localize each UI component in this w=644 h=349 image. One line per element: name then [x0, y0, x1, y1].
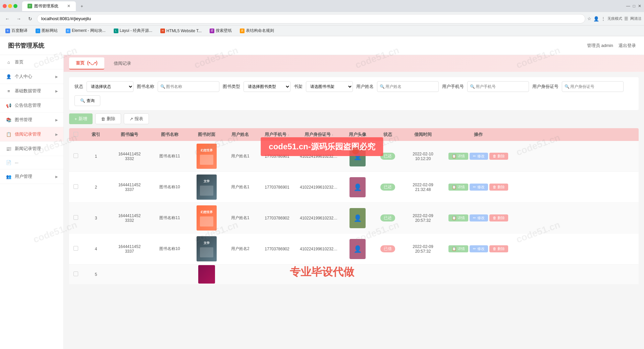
sidebar-item-label: 公告信息管理 — [15, 102, 58, 108]
maximize-window-btn[interactable] — [13, 4, 17, 8]
bookshelf-filter-select[interactable]: 请选图书书架 — [306, 81, 353, 92]
sidebar-item-borrow[interactable]: 📋 借阅记录管理 ▶ — [0, 127, 63, 142]
row-checkbox[interactable] — [73, 246, 78, 251]
tab-borrow-record-label: 借阅记录 — [114, 61, 131, 66]
delete-row-button[interactable]: 🗑 删除 — [489, 245, 508, 252]
active-tab[interactable]: T 图书管理系统 ✕ — [22, 1, 76, 11]
row-checkbox[interactable] — [73, 153, 78, 158]
back-btn[interactable]: ← — [3, 14, 12, 23]
detail-button[interactable]: 📋 详情 — [448, 214, 468, 221]
username-filter-input[interactable] — [377, 81, 439, 92]
detail-button[interactable]: 📋 详情 — [448, 184, 468, 191]
logout-btn[interactable]: 退出登录 — [619, 43, 636, 49]
status-filter-select[interactable]: 请选择状态 — [87, 81, 133, 92]
profile-icon[interactable]: 👤 — [593, 16, 599, 21]
tab-home[interactable]: 首页 (•◡•) — [69, 57, 104, 69]
td-book-cover: 幻想世界 — [190, 205, 223, 231]
sidebar-item-other[interactable]: 📄 ··· — [0, 156, 63, 169]
idcard-input-wrapper: 🔍 — [562, 81, 624, 92]
sidebar-item-label: 新闻记录管理 — [15, 146, 58, 152]
bookmark-layui[interactable]: L Layui - 经典开源... — [111, 27, 155, 34]
booktype-filter-select[interactable]: 请选择图书类型 — [244, 81, 290, 92]
sidebar-item-label: 图书管理 — [15, 117, 53, 123]
edit-button[interactable]: ✏ 修改 — [470, 214, 488, 221]
cover-text: 幻想世界 — [200, 209, 213, 215]
sidebar-item-news[interactable]: 📰 新闻记录管理 — [0, 142, 63, 156]
add-button[interactable]: + 新增 — [69, 113, 93, 124]
row-checkbox[interactable] — [73, 184, 78, 189]
idcard-filter-input[interactable] — [562, 81, 624, 92]
report-button[interactable]: ↗ 报表 — [124, 113, 149, 124]
td-idcard: 410224199610232001 — [297, 154, 341, 159]
bookmark-html5[interactable]: H HTML5 Website T... — [158, 28, 204, 34]
address-bar[interactable] — [37, 14, 585, 23]
th-book-name: 图书名称 — [150, 132, 190, 138]
edit-button[interactable]: ✏ 修改 — [470, 184, 488, 191]
book-cover-img: 幻想世界 — [197, 205, 217, 231]
sidebar-item-profile[interactable]: 👤 个人中心 ▶ — [0, 69, 63, 84]
avatar-icon: 👤 — [354, 183, 362, 191]
sort-idcard-icon[interactable]: ↕ — [332, 133, 334, 137]
th-idcard: 用户身份证号 ↕ — [297, 132, 341, 138]
sidebar-item-home[interactable]: ⌂ 首页 — [0, 55, 63, 69]
minimize-icon[interactable]: — — [626, 4, 630, 8]
delete-row-button[interactable]: 🗑 删除 — [489, 153, 508, 160]
content-area: 状态 请选择状态 图书名称 🔍 图书类型 请选择图书类型 — [64, 72, 644, 290]
bookmark-baidu[interactable]: B 百度翻译 — [3, 27, 30, 34]
search-small-icon: 🔍 — [160, 84, 165, 89]
detail-button[interactable]: 📋 详情 — [448, 153, 468, 160]
bookmarks-bar: B 百度翻译 I 图标网站 E Element - 网站块... L Layui… — [0, 26, 644, 36]
search-btn-label: 查询 — [87, 98, 95, 104]
edit-button[interactable]: ✏ 修改 — [470, 245, 488, 252]
bookmark-wallpaper[interactable]: 壁 搜索壁纸 — [207, 27, 234, 34]
menu-icon[interactable]: ☰ — [624, 16, 628, 21]
report-icon: ↗ — [129, 116, 133, 121]
doc-icon: 📄 — [5, 160, 12, 165]
table-header: 索引 图书编号 图书名称 图书封面 用户姓名 用户手机号 ↕ 用户身份证号 ↕ … — [69, 128, 639, 141]
sidebar-item-users[interactable]: 👥 用户管理 ▶ — [0, 169, 63, 184]
bookmark-naming[interactable]: 表 表结构命名规则 — [237, 27, 277, 34]
td-book-name: 图书名称11 — [150, 153, 190, 159]
detail-button[interactable]: 📋 详情 — [448, 245, 468, 252]
edit-button[interactable]: ✏ 修改 — [470, 153, 488, 160]
sidebar-item-notice[interactable]: 📢 公告信息管理 — [0, 98, 63, 113]
close-window-btn[interactable] — [3, 4, 7, 8]
database-icon: ≡ — [5, 89, 12, 94]
extensions-icon[interactable]: 无痕模式 — [607, 16, 622, 21]
bookmark-icons[interactable]: I 图标网站 — [33, 27, 60, 34]
bookname-filter-input[interactable] — [158, 81, 219, 92]
td-actions: 📋 详情 ✏ 修改 🗑 删除 — [445, 245, 512, 252]
delete-row-button[interactable]: 🗑 删除 — [489, 184, 508, 191]
row-checkbox[interactable] — [73, 271, 78, 276]
settings-icon[interactable]: ⋮ — [601, 16, 605, 21]
clear-icon[interactable]: 网清洁 — [630, 16, 641, 21]
bookmark-star-icon[interactable]: ☆ — [587, 16, 591, 21]
td-actions: 📋 详情 ✏ 修改 🗑 删除 — [445, 214, 512, 221]
search-button[interactable]: 🔍 查询 — [74, 95, 100, 106]
tab-borrow-record[interactable]: 借阅记录 — [107, 58, 138, 69]
sidebar-item-basic-data[interactable]: ≡ 基础数据管理 ▶ — [0, 84, 63, 98]
tab-close-btn[interactable]: ✕ — [67, 4, 70, 8]
td-checkbox — [69, 246, 83, 252]
delete-row-button[interactable]: 🗑 删除 — [489, 214, 508, 221]
sidebar: ⌂ 首页 👤 个人中心 ▶ ≡ 基础数据管理 ▶ 📢 公告信息管理 📚 图书管理… — [0, 55, 64, 349]
refresh-btn[interactable]: ↻ — [25, 14, 35, 23]
delete-button[interactable]: 🗑 删除 — [95, 113, 121, 124]
sidebar-item-books[interactable]: 📚 图书管理 ▶ — [0, 113, 63, 127]
chevron-right-icon: ▶ — [55, 133, 58, 136]
cover-design — [200, 186, 213, 196]
select-all-checkbox[interactable] — [73, 132, 78, 137]
minimize-window-btn[interactable] — [8, 4, 12, 8]
forward-btn[interactable]: → — [14, 14, 23, 23]
tab-title: 图书管理系统 — [34, 3, 58, 9]
action-buttons: 📋 详情 ✏ 修改 🗑 删除 — [447, 153, 509, 160]
sort-phone-icon[interactable]: ↕ — [288, 133, 289, 137]
row-checkbox[interactable] — [73, 215, 78, 220]
phone-filter-input[interactable] — [467, 81, 529, 92]
close-icon[interactable]: ✕ — [638, 4, 641, 8]
notice-icon: 📢 — [5, 103, 12, 108]
new-tab-btn[interactable]: + — [78, 2, 86, 10]
restore-icon[interactable]: □ — [633, 4, 635, 8]
td-book-cover: 文学 — [190, 174, 223, 200]
bookmark-element[interactable]: E Element - 网站块... — [63, 27, 108, 34]
